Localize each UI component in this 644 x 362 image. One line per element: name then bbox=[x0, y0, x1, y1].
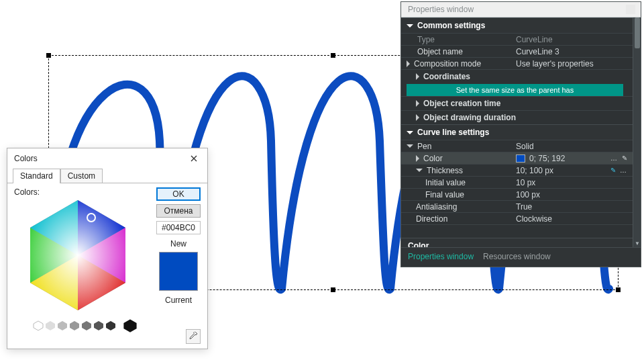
panel-menu-button[interactable] bbox=[626, 5, 635, 14]
svg-marker-15 bbox=[106, 321, 115, 330]
close-icon bbox=[191, 155, 197, 162]
row-initial-value[interactable]: Initial value 10 px bbox=[401, 176, 633, 188]
svg-marker-14 bbox=[94, 321, 103, 330]
cancel-button[interactable]: Отмена bbox=[156, 204, 201, 218]
panel-footer-tabs: Properties window Resources window bbox=[401, 247, 641, 267]
row-drawing-duration[interactable]: Object drawing duration bbox=[401, 110, 633, 124]
set-parent-size-button[interactable]: Set the same size as the parent has bbox=[407, 84, 623, 96]
svg-marker-13 bbox=[82, 321, 91, 330]
scroll-down-icon[interactable]: ▼ bbox=[633, 239, 641, 247]
row-type: Type CurveLine bbox=[401, 33, 633, 45]
row-antialiasing[interactable]: Antialiasing True bbox=[401, 200, 633, 212]
ok-button[interactable]: OK bbox=[156, 187, 201, 201]
hex-value[interactable]: #004BC0 bbox=[156, 221, 201, 234]
tab-properties-window[interactable]: Properties window bbox=[408, 252, 474, 261]
vertical-scrollbar[interactable]: ▲ ▼ bbox=[633, 17, 641, 247]
svg-marker-12 bbox=[70, 321, 79, 330]
edit-pencil-icon[interactable]: ✎ bbox=[622, 155, 627, 162]
resize-handle-bot-mid[interactable] bbox=[331, 287, 335, 292]
properties-title: Properties window bbox=[408, 5, 474, 14]
resize-handle-top-mid[interactable] bbox=[331, 53, 335, 58]
properties-panel-title-bar: Properties window bbox=[401, 2, 641, 17]
chevron-right-icon bbox=[416, 73, 419, 80]
chevron-right-icon bbox=[407, 60, 410, 67]
section-common-settings[interactable]: Common settings bbox=[401, 17, 633, 33]
section-common-label: Common settings bbox=[417, 21, 485, 30]
colors-label: Colors: bbox=[14, 187, 148, 197]
tab-standard[interactable]: Standard bbox=[13, 169, 60, 183]
eyedropper-button[interactable] bbox=[186, 329, 201, 344]
row-final-value[interactable]: Final value 100 px bbox=[401, 188, 633, 200]
row-coordinates[interactable]: Coordinates bbox=[401, 69, 633, 83]
color-chip bbox=[516, 154, 525, 163]
svg-marker-16 bbox=[123, 319, 136, 332]
color-dialog-title: Colors bbox=[14, 154, 38, 163]
chevron-right-icon bbox=[416, 114, 419, 121]
tab-custom[interactable]: Custom bbox=[60, 169, 103, 183]
current-label: Current bbox=[156, 296, 201, 305]
tab-resources-window[interactable]: Resources window bbox=[483, 252, 551, 261]
properties-panel: Properties window ▲ ▼ Common settings Ty… bbox=[400, 1, 641, 267]
row-thickness[interactable]: Thickness 10; 100 px ✎ … bbox=[401, 164, 633, 176]
svg-marker-9 bbox=[34, 321, 43, 330]
color-picker-dialog: Colors Standard Custom Colors: bbox=[7, 148, 208, 349]
scroll-thumb[interactable] bbox=[635, 17, 640, 48]
eyedropper-icon bbox=[189, 332, 198, 341]
section-color-bottom: Color bbox=[401, 238, 633, 247]
chevron-down-icon bbox=[407, 144, 413, 148]
row-pen-color[interactable]: Color 0; 75; 192 … ✎ bbox=[401, 152, 633, 164]
close-button[interactable] bbox=[186, 152, 202, 165]
row-direction[interactable]: Direction Clockwise bbox=[401, 212, 633, 224]
section-curve-line-settings[interactable]: Curve line settings bbox=[401, 124, 633, 140]
resize-handle-bot-right[interactable] bbox=[616, 287, 621, 292]
svg-marker-11 bbox=[58, 321, 67, 330]
color-tabs: Standard Custom bbox=[7, 168, 207, 183]
row-pen[interactable]: Pen Solid bbox=[401, 140, 633, 152]
svg-marker-7 bbox=[30, 200, 125, 310]
hex-color-picker[interactable] bbox=[14, 198, 142, 312]
chevron-right-icon bbox=[416, 100, 419, 107]
chevron-down-icon bbox=[407, 131, 413, 134]
edit-pencil-icon[interactable]: ✎ bbox=[610, 167, 616, 174]
resize-handle-top-left[interactable] bbox=[46, 53, 51, 58]
new-label: New bbox=[156, 239, 201, 248]
row-creation-time[interactable]: Object creation time bbox=[401, 96, 633, 110]
svg-marker-10 bbox=[46, 321, 55, 330]
chevron-right-icon bbox=[416, 155, 419, 162]
chevron-down-icon bbox=[416, 169, 423, 172]
chevron-down-icon bbox=[407, 24, 413, 28]
more-button[interactable]: … bbox=[620, 167, 627, 174]
new-color-swatch bbox=[159, 252, 198, 291]
row-object-name[interactable]: Object name CurveLine 3 bbox=[401, 45, 633, 57]
more-button[interactable]: … bbox=[610, 155, 618, 162]
grayscale-row[interactable] bbox=[33, 318, 148, 333]
row-composition-mode[interactable]: Composition mode Use layer's properties bbox=[401, 57, 633, 69]
